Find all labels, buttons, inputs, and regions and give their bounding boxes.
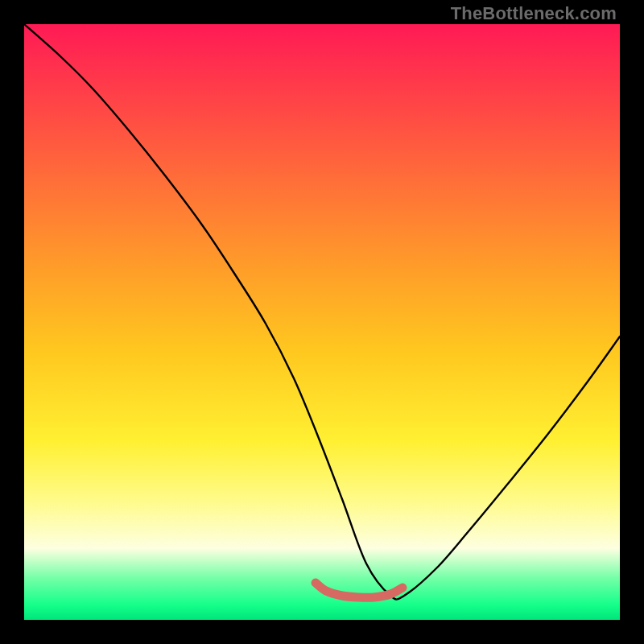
plot-area [24,24,620,620]
watermark-text: TheBottleneck.com [451,3,617,24]
flat-region-highlight [316,583,402,597]
curve-layer [24,24,620,620]
bottleneck-curve [24,24,620,600]
outer-frame: TheBottleneck.com [0,0,644,644]
